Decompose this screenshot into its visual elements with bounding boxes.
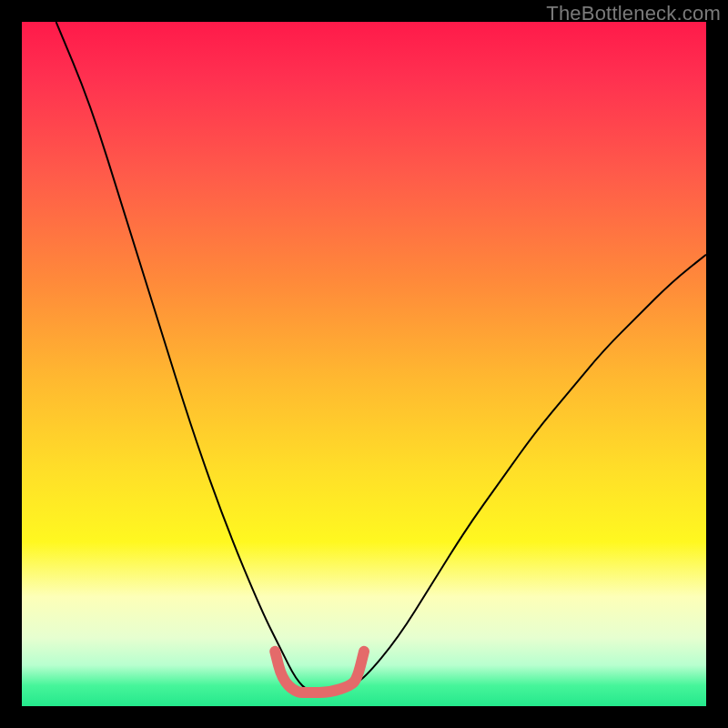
curve-layer xyxy=(22,22,706,706)
highlight-segment xyxy=(275,652,364,693)
watermark-text: TheBottleneck.com xyxy=(546,2,721,25)
chart-frame: TheBottleneck.com xyxy=(0,0,728,728)
plot-area xyxy=(22,22,706,706)
primary-curve xyxy=(56,22,706,693)
